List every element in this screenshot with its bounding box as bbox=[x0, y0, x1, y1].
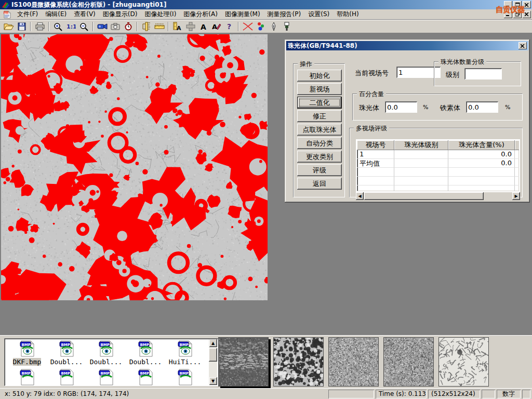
ruler-icon[interactable] bbox=[153, 21, 166, 32]
timer-icon[interactable] bbox=[122, 21, 135, 32]
scroll-up-icon[interactable]: ▲ bbox=[209, 339, 217, 347]
file-item[interactable]: BMP Doubl... bbox=[47, 340, 86, 366]
status-bar: x: 510 y: 79 idx: 0 RGB: (174, 174, 174)… bbox=[0, 388, 532, 399]
thumbnail-5[interactable] bbox=[438, 337, 489, 387]
col-pearlite-grade: 珠光体级别 bbox=[394, 140, 448, 150]
caliper-icon[interactable] bbox=[140, 21, 153, 32]
zoom-in-icon[interactable] bbox=[51, 21, 64, 32]
cursor-position-readout: x: 510 y: 79 idx: 0 RGB: (174, 174, 174) bbox=[2, 390, 132, 398]
help-icon[interactable]: ? bbox=[223, 21, 236, 32]
correct-button[interactable]: 修正 bbox=[297, 110, 342, 122]
file-item[interactable]: BMP bbox=[165, 369, 205, 385]
toolbar-separator bbox=[30, 22, 31, 31]
thumbnail-2[interactable] bbox=[273, 337, 324, 387]
dialog-title-bar[interactable]: 珠光体(GB/T9441-88) bbox=[286, 41, 528, 50]
file-name[interactable]: Doubl... bbox=[129, 358, 162, 366]
svg-text:A: A bbox=[177, 25, 181, 31]
pearlite-input[interactable] bbox=[385, 101, 417, 113]
percent-group: 百分含量 珠光体 % 铁素体 % bbox=[352, 94, 523, 121]
video-capture-icon[interactable] bbox=[96, 21, 109, 32]
image-merge-icon[interactable] bbox=[184, 21, 197, 32]
cell: 0.0 bbox=[448, 150, 515, 159]
toolbar-separator bbox=[238, 22, 239, 31]
pick-pearlite-button[interactable]: 点取珠光体 bbox=[297, 124, 342, 136]
file-list-vscrollbar[interactable]: ▲ ▼ bbox=[209, 339, 217, 385]
toolbar-separator bbox=[137, 22, 138, 31]
dialog-close-button[interactable] bbox=[518, 42, 527, 49]
menu-image-processing[interactable]: 图像处理(I) bbox=[141, 9, 180, 20]
scroll-left-icon[interactable]: ◀ bbox=[356, 192, 364, 200]
pearlite-unit: % bbox=[423, 104, 428, 111]
menu-image-measure[interactable]: 图像测量(M) bbox=[221, 9, 264, 20]
rate-button[interactable]: 评级 bbox=[297, 164, 342, 176]
menu-file[interactable]: 文件(F) bbox=[14, 9, 42, 20]
change-class-button[interactable]: 更改类别 bbox=[297, 151, 342, 163]
file-item[interactable]: BMP DKF.bmp bbox=[7, 340, 47, 366]
thumbnail-3[interactable] bbox=[328, 337, 379, 387]
grade-label: 级别 bbox=[446, 70, 459, 79]
multifield-table[interactable]: 视场号 珠光体级别 珠光体含量(%) 铁素体 1 0.0 平均值 0.0 bbox=[356, 139, 520, 192]
micrograph-image[interactable] bbox=[1, 34, 268, 300]
snapshot-icon[interactable] bbox=[109, 21, 122, 32]
scroll-right-icon[interactable]: ▶ bbox=[512, 192, 520, 200]
svg-text:A: A bbox=[201, 23, 206, 31]
binarize-button[interactable]: 二值化 bbox=[297, 97, 342, 109]
table-row[interactable]: 平均值 0.0 bbox=[357, 159, 519, 168]
edit-annotation-icon[interactable]: A bbox=[210, 21, 223, 32]
file-name[interactable]: Doubl... bbox=[50, 358, 83, 366]
file-item[interactable]: BMP bbox=[47, 369, 86, 385]
menu-image-analysis[interactable]: 图像分析(A) bbox=[180, 9, 221, 20]
scroll-thumb[interactable] bbox=[209, 348, 217, 362]
thumbnail-1[interactable] bbox=[218, 337, 269, 387]
file-name[interactable]: Doubl... bbox=[90, 358, 123, 366]
file-name[interactable]: HuiTi... bbox=[169, 358, 202, 366]
text-annotation-icon[interactable]: A bbox=[197, 21, 210, 32]
file-item[interactable]: BMP HuiTi... bbox=[165, 340, 205, 366]
menu-help[interactable]: 帮助(H) bbox=[333, 9, 362, 20]
pen-tool-icon[interactable] bbox=[267, 21, 280, 32]
table-hscrollbar[interactable]: ◀ ▶ bbox=[356, 192, 520, 200]
file-item[interactable]: BMP Doubl... bbox=[126, 340, 165, 366]
pearlite-label: 珠光体 bbox=[359, 103, 379, 113]
auto-classify-button[interactable]: 自动分类 bbox=[297, 137, 342, 149]
brush-tool-icon[interactable] bbox=[280, 21, 293, 32]
file-browser[interactable]: BMP DKF.bmp BMP Doubl... BMP Doubl... BM… bbox=[4, 338, 218, 386]
file-item[interactable]: BMP bbox=[7, 369, 47, 385]
thumbnail-4[interactable] bbox=[383, 337, 434, 387]
file-item[interactable]: BMP bbox=[86, 369, 126, 385]
menu-view[interactable]: 查看(V) bbox=[70, 9, 99, 20]
scroll-down-icon[interactable]: ▼ bbox=[209, 377, 217, 385]
status-empty-panel bbox=[482, 390, 495, 398]
zoom-out-icon[interactable] bbox=[77, 21, 90, 32]
menu-edit[interactable]: 编辑(E) bbox=[42, 9, 70, 20]
save-icon[interactable] bbox=[15, 21, 28, 32]
bmp-file-icon: BMP bbox=[19, 340, 35, 357]
pearlite-dialog: 珠光体(GB/T9441-88) 操作 初始化 新视场 二值化 修正 点取珠光体… bbox=[285, 39, 530, 203]
measure-label-icon[interactable]: A bbox=[171, 21, 184, 32]
phase-count-icon[interactable] bbox=[254, 21, 267, 32]
new-field-button[interactable]: 新视场 bbox=[297, 83, 342, 95]
print-icon[interactable] bbox=[33, 21, 46, 32]
init-button[interactable]: 初始化 bbox=[297, 70, 342, 82]
bmp-file-icon: BMP bbox=[98, 340, 114, 357]
cell: 0.0 bbox=[448, 159, 515, 168]
file-grid: BMP DKF.bmp BMP Doubl... BMP Doubl... BM… bbox=[7, 340, 205, 386]
open-file-icon[interactable] bbox=[2, 21, 15, 32]
ferrite-label: 铁素体 bbox=[440, 103, 460, 113]
ferrite-input[interactable] bbox=[466, 101, 498, 113]
toolbar-separator bbox=[48, 22, 49, 31]
zoom-1to1-icon[interactable]: 1:1 bbox=[64, 21, 77, 32]
menu-report[interactable]: 测量报告(P) bbox=[264, 9, 305, 20]
file-item[interactable]: BMP bbox=[126, 369, 165, 385]
bmp-file-icon: BMP bbox=[177, 340, 193, 357]
grade-input[interactable] bbox=[464, 68, 502, 79]
menu-image-display[interactable]: 图像显示(D) bbox=[99, 9, 141, 20]
table-row[interactable]: 1 0.0 bbox=[357, 150, 519, 159]
file-name[interactable]: DKF.bmp bbox=[13, 358, 42, 366]
file-item[interactable]: BMP Doubl... bbox=[86, 340, 126, 366]
scroll-thumb[interactable] bbox=[364, 192, 484, 200]
document-icon[interactable]: DOC bbox=[3, 10, 11, 19]
menu-settings[interactable]: 设置(S) bbox=[304, 9, 333, 20]
return-button[interactable]: 返回 bbox=[297, 178, 342, 190]
curve-tool-icon[interactable] bbox=[241, 21, 254, 32]
